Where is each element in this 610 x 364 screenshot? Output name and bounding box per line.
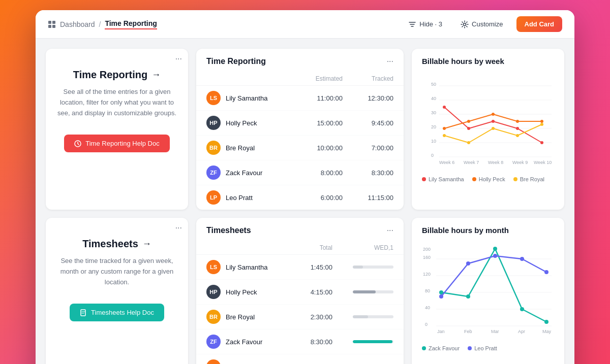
table-menu-button-2[interactable]: ··· bbox=[387, 226, 393, 235]
legend-leo: Leo Pratt bbox=[468, 345, 497, 351]
time-reporting-help-button[interactable]: Time Reporting Help Doc bbox=[64, 135, 169, 152]
hide-button[interactable]: Hide · 3 bbox=[403, 17, 447, 31]
avatar: ZF bbox=[206, 335, 221, 349]
breadcrumb-dashboard[interactable]: Dashboard bbox=[60, 20, 95, 28]
estimated-time: 6:00:00 bbox=[282, 194, 343, 202]
time-reporting-info-card: ··· Time Reporting → See all of the time… bbox=[46, 49, 188, 210]
svg-text:40: 40 bbox=[431, 96, 436, 101]
legend-zack: Zack Favour bbox=[422, 345, 460, 351]
svg-rect-2 bbox=[48, 25, 51, 28]
add-card-button[interactable]: Add Card bbox=[516, 16, 563, 32]
svg-point-23 bbox=[443, 106, 446, 109]
svg-point-59 bbox=[544, 320, 548, 324]
svg-text:0: 0 bbox=[431, 153, 434, 158]
dashboard-icon bbox=[48, 20, 56, 28]
svg-text:160: 160 bbox=[423, 255, 431, 260]
progress-bar-bg bbox=[353, 340, 393, 343]
weekly-chart-svg: 0 10 20 30 40 50 Week 6 Week 7 Week 8 We… bbox=[422, 72, 554, 168]
svg-text:Mar: Mar bbox=[491, 329, 499, 334]
monthly-chart-svg: 0 40 80 120 160 200 Jan Feb Mar Apr May bbox=[422, 241, 554, 337]
svg-text:30: 30 bbox=[431, 110, 436, 115]
user-cell: HP Holly Peck bbox=[206, 285, 282, 299]
avatar: ZF bbox=[206, 166, 221, 180]
progress-bar-wrap bbox=[332, 290, 393, 293]
arrow-right-icon: → bbox=[151, 70, 161, 80]
svg-rect-1 bbox=[52, 21, 55, 24]
estimated-time: 11:00:00 bbox=[282, 94, 343, 102]
time-reporting-rows: LS Lily Samantha 11:00:00 12:30:00 HP Ho… bbox=[196, 86, 404, 210]
estimated-time: 8:00:00 bbox=[282, 169, 343, 177]
table-header-2: Timesheets ··· bbox=[196, 218, 404, 241]
legend-bre: Bre Royal bbox=[513, 176, 544, 182]
legend-lily: Lily Samantha bbox=[422, 176, 464, 182]
svg-rect-3 bbox=[52, 25, 55, 28]
user-cell: LS Lily Samantha bbox=[206, 260, 282, 274]
progress-bar-wrap bbox=[332, 340, 393, 343]
svg-point-29 bbox=[467, 120, 470, 123]
avatar: LP bbox=[206, 190, 221, 205]
user-cell: LP Leo Pratt bbox=[206, 190, 282, 205]
legend-holly: Holly Peck bbox=[472, 176, 505, 182]
content-grid: ··· Time Reporting → See all of the time… bbox=[36, 39, 574, 364]
svg-point-61 bbox=[466, 261, 470, 266]
svg-point-26 bbox=[516, 127, 519, 130]
svg-text:Week 7: Week 7 bbox=[464, 160, 479, 165]
svg-rect-0 bbox=[48, 21, 51, 24]
user-cell: HP Holly Peck bbox=[206, 116, 282, 130]
progress-bar-fill bbox=[353, 315, 368, 318]
table-title-2: Timesheets bbox=[206, 226, 251, 235]
breadcrumb: Dashboard / Time Reporting bbox=[48, 19, 157, 29]
table-menu-button-1[interactable]: ··· bbox=[387, 57, 393, 65]
svg-point-64 bbox=[544, 270, 548, 274]
svg-text:Feb: Feb bbox=[464, 329, 472, 334]
document-icon bbox=[80, 309, 87, 316]
avatar: BR bbox=[206, 141, 221, 155]
progress-bar-bg bbox=[353, 266, 393, 269]
table-title-1: Time Reporting bbox=[206, 57, 266, 66]
tracked-time: 12:30:00 bbox=[343, 94, 393, 102]
svg-point-60 bbox=[439, 294, 443, 299]
svg-point-62 bbox=[493, 254, 497, 258]
svg-point-57 bbox=[493, 247, 497, 251]
table-row: LP Leo Pratt 6:00:00 11:15:00 bbox=[196, 185, 404, 210]
total-time: 8:30:00 bbox=[282, 338, 332, 346]
time-reporting-table-card: Time Reporting ··· Estimated Tracked LS … bbox=[196, 49, 404, 210]
progress-bar-bg bbox=[353, 315, 393, 318]
svg-text:Jan: Jan bbox=[437, 329, 445, 334]
info-card-2-desc: See the time tracked for a given week, m… bbox=[56, 256, 178, 287]
info-card-1-desc: See all of the time entries for a given … bbox=[56, 87, 178, 118]
timesheets-table-card: Timesheets ··· Total WED,1 LS Lily Saman… bbox=[196, 218, 404, 364]
avatar: LS bbox=[206, 91, 221, 105]
total-time: 4:15:00 bbox=[282, 288, 332, 296]
svg-point-35 bbox=[492, 127, 495, 130]
monthly-chart-title: Billable hours by month bbox=[422, 226, 554, 235]
main-container: Dashboard / Time Reporting Hide · 3 Cust… bbox=[36, 10, 574, 364]
card-menu-button-1[interactable]: ··· bbox=[175, 55, 182, 63]
svg-text:Apr: Apr bbox=[518, 329, 525, 334]
card-menu-button-2[interactable]: ··· bbox=[175, 224, 182, 232]
progress-bar-fill bbox=[353, 290, 376, 293]
weekly-chart-legend: Lily Samantha Holly Peck Bre Royal bbox=[422, 176, 554, 182]
svg-point-32 bbox=[540, 120, 543, 123]
table-row: ZF Zack Favour 8:00:00 8:30:00 bbox=[196, 160, 404, 185]
arrow-right-icon-2: → bbox=[142, 239, 151, 249]
progress-bar-fill bbox=[353, 340, 392, 343]
table-row: HP Holly Peck 15:00:00 9:45:00 bbox=[196, 111, 404, 136]
svg-point-28 bbox=[443, 127, 446, 130]
table-header-1: Time Reporting ··· bbox=[196, 49, 404, 72]
table-row: HP Holly Peck 4:15:00 bbox=[196, 280, 404, 305]
tracked-time: 9:45:00 bbox=[343, 119, 393, 127]
clock-icon bbox=[74, 140, 81, 147]
svg-point-37 bbox=[540, 123, 543, 126]
table-row: BR Bre Royal 2:30:00 bbox=[196, 305, 404, 329]
svg-text:Week 10: Week 10 bbox=[534, 160, 552, 165]
gear-icon bbox=[461, 20, 469, 28]
table-cols-1: Estimated Tracked bbox=[196, 72, 404, 86]
breadcrumb-current: Time Reporting bbox=[105, 19, 157, 29]
user-cell: ZF Zack Favour bbox=[206, 335, 282, 349]
customize-button[interactable]: Customize bbox=[455, 17, 508, 31]
total-time: 2:30:00 bbox=[282, 313, 332, 321]
timesheets-help-button[interactable]: Timesheets Help Doc bbox=[70, 304, 164, 321]
tracked-time: 7:00:00 bbox=[343, 144, 393, 152]
info-card-1-title: Time Reporting → bbox=[73, 69, 161, 81]
